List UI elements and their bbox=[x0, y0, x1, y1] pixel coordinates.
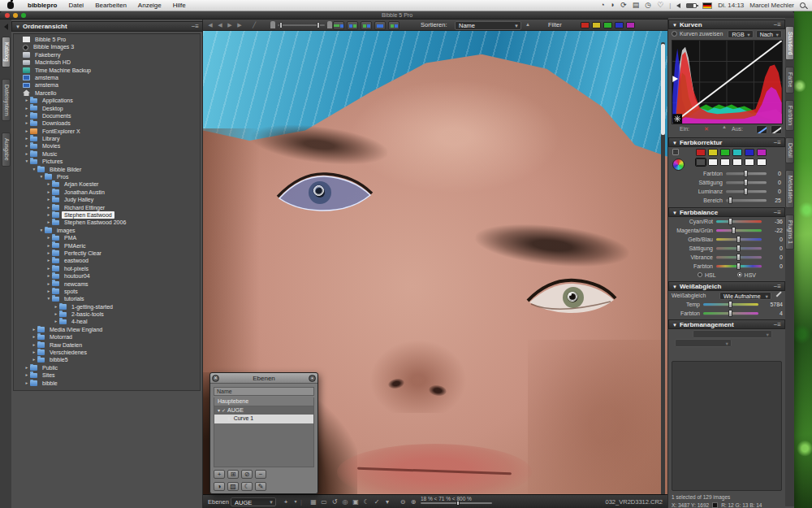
tree-expander-icon[interactable]: ▸ bbox=[45, 250, 52, 257]
slider-handle[interactable] bbox=[736, 236, 741, 243]
tree-expander-icon[interactable]: ▸ bbox=[53, 303, 59, 310]
photo-scrollbar-thumb[interactable] bbox=[661, 44, 665, 135]
tree-expander-icon[interactable]: ▸ bbox=[31, 341, 37, 349]
view-mode-3-button[interactable] bbox=[361, 21, 372, 30]
white-balance-preset-dropdown[interactable]: Wie Aufnahme▼ bbox=[719, 292, 771, 300]
sidebar-tab-dateisystem[interactable]: Dateisystem bbox=[2, 79, 11, 122]
filter-color-swatch-4[interactable] bbox=[615, 22, 624, 28]
tree-expander-icon[interactable]: ▸ bbox=[24, 128, 30, 135]
pin-icon[interactable]: −≡ bbox=[774, 20, 781, 29]
pin-icon[interactable]: −≡ bbox=[774, 282, 781, 291]
tree-expander-icon[interactable]: ▸ bbox=[45, 180, 52, 188]
slider-handle[interactable] bbox=[732, 227, 736, 234]
nav-back-icon[interactable]: ◀ bbox=[216, 21, 224, 29]
tree-item[interactable]: ▸1-getting-started bbox=[14, 303, 200, 310]
eye-target-marker-left[interactable] bbox=[313, 185, 324, 196]
tree-item[interactable]: ▸Judy Halley bbox=[14, 196, 200, 203]
tree-expander-icon[interactable]: ▸ bbox=[31, 349, 37, 356]
remove-layer-icon[interactable]: − bbox=[255, 470, 266, 479]
tree-expander-icon[interactable]: ▸ bbox=[24, 97, 30, 104]
nach-dropdown[interactable]: Nach▼ bbox=[756, 30, 782, 38]
tree-item[interactable]: ▸bibble bbox=[14, 380, 200, 387]
sidebar-header[interactable]: ▼Ordneransicht −≡ bbox=[11, 21, 203, 32]
tree-expander-icon[interactable]: ▾ bbox=[38, 173, 45, 180]
add-region-button[interactable]: + bbox=[281, 497, 291, 506]
tone-swatch-1[interactable] bbox=[696, 158, 706, 166]
tree-item[interactable]: ▸newcams bbox=[14, 280, 200, 288]
chat-icon[interactable]: ◗ bbox=[611, 0, 615, 11]
panel-tab-farbe[interactable]: Farbe bbox=[785, 67, 794, 93]
tree-expander-icon[interactable]: ▾ bbox=[24, 158, 30, 165]
tree-item[interactable]: ▸Documents bbox=[14, 112, 200, 119]
layer-expander-icon[interactable]: ▾ bbox=[218, 406, 220, 415]
tree-expander-icon[interactable]: ▸ bbox=[24, 112, 30, 119]
menu-item-bibblepro[interactable]: bibblepro bbox=[22, 0, 63, 11]
tree-expander-icon[interactable]: ▸ bbox=[53, 318, 59, 325]
hsv-radio[interactable]: HSV bbox=[737, 272, 756, 278]
slider-handle[interactable] bbox=[728, 310, 732, 317]
tree-item[interactable]: ▸Jonathan Austin bbox=[14, 189, 200, 196]
marquee-icon[interactable]: ▣ bbox=[351, 497, 361, 506]
tree-item[interactable]: amstema bbox=[14, 81, 200, 89]
slider-track[interactable] bbox=[716, 247, 762, 250]
slider-handle[interactable] bbox=[736, 263, 741, 270]
tree-item[interactable]: ▾Pros bbox=[14, 173, 200, 180]
apply-icon[interactable]: ✓ bbox=[372, 497, 382, 506]
brush-tool-icon[interactable]: ▨ bbox=[227, 482, 239, 491]
tree-item[interactable]: ▸hot-pixels bbox=[14, 265, 200, 272]
eye-target-marker-right[interactable] bbox=[568, 292, 577, 302]
color-correction-checkbox[interactable] bbox=[672, 149, 679, 155]
layer-row[interactable]: Hauptebene bbox=[214, 397, 313, 406]
slider-track[interactable] bbox=[716, 256, 762, 258]
collapse-triangle-icon[interactable]: ▼ bbox=[15, 22, 20, 32]
slider-track[interactable] bbox=[726, 199, 767, 202]
nav-forward-icon[interactable]: ▶ bbox=[226, 21, 234, 29]
tree-expander-icon[interactable]: ▸ bbox=[45, 272, 52, 280]
zoom-in-icon[interactable]: ⊕ bbox=[408, 497, 418, 506]
hue-swatch-4[interactable] bbox=[732, 149, 742, 156]
tree-item[interactable]: ▸Public bbox=[14, 364, 200, 371]
view-mode-1-button[interactable] bbox=[333, 21, 344, 30]
tree-expander-icon[interactable]: ▸ bbox=[45, 204, 52, 211]
tree-item[interactable]: Macintosh HD bbox=[14, 59, 200, 66]
tree-expander-icon[interactable]: ▸ bbox=[24, 380, 30, 387]
active-layer-dropdown[interactable]: AUGE ▼ bbox=[231, 497, 276, 506]
white-balance-header[interactable]: ▼Weißabgleich −≡ bbox=[668, 281, 785, 291]
slider-handle[interactable] bbox=[728, 197, 732, 204]
tree-item[interactable]: ▸Movies bbox=[14, 142, 200, 150]
layer-row-selected[interactable]: ◧Curve 1 bbox=[214, 415, 313, 423]
tree-expander-icon[interactable]: ▸ bbox=[31, 333, 37, 341]
size-slider-handle2[interactable] bbox=[317, 22, 320, 28]
tree-item[interactable]: Bibble Images 3 bbox=[14, 43, 200, 50]
tone-swatch-6[interactable] bbox=[757, 158, 767, 166]
color-management-header[interactable]: ▼Farbmanagement −≡ bbox=[668, 319, 785, 329]
panel-tab-farbton[interactable]: Farbton bbox=[785, 100, 794, 131]
tree-item[interactable]: ▸Richard Ettinger bbox=[14, 204, 200, 211]
tree-expander-icon[interactable]: ▸ bbox=[31, 326, 37, 333]
tree-item[interactable]: ▸Arjan Koester bbox=[14, 180, 200, 188]
slider-track[interactable] bbox=[716, 265, 762, 267]
layers-panel-titlebar[interactable]: ✕ Ebenen • bbox=[210, 373, 317, 384]
hue-swatch-1[interactable] bbox=[696, 149, 706, 156]
tree-expander-icon[interactable]: ▾ bbox=[31, 166, 37, 173]
collapse-sidebar-icon[interactable] bbox=[4, 24, 8, 30]
tree-item[interactable]: ▸Motorrad bbox=[14, 333, 200, 341]
tree-expander-icon[interactable]: ▸ bbox=[45, 196, 52, 203]
sync-icon[interactable]: ⟳ bbox=[620, 0, 627, 11]
tree-item[interactable]: ▸Library bbox=[14, 135, 200, 142]
tree-expander-icon[interactable]: ▸ bbox=[24, 105, 30, 112]
hsl-radio[interactable]: HSL bbox=[698, 272, 716, 278]
tone-swatch-2[interactable] bbox=[708, 158, 718, 166]
tree-item[interactable]: ▸spots bbox=[14, 288, 200, 295]
zoom-slider[interactable] bbox=[421, 502, 492, 504]
mask-layer-icon[interactable]: ⊘ bbox=[241, 470, 253, 479]
color-correction-header[interactable]: ▼Farbkorrektur −≡ bbox=[668, 137, 785, 147]
channel-dropdown[interactable]: RGB▼ bbox=[728, 30, 753, 38]
tree-item[interactable]: ▸Stephen Eastwood bbox=[14, 211, 200, 219]
slash-tool-icon[interactable]: ╱ bbox=[250, 21, 258, 29]
slider-track[interactable] bbox=[716, 229, 762, 232]
tree-item[interactable]: ▸Stephen Eastwood 2006 bbox=[14, 219, 200, 226]
input-menu-icon[interactable]: ▤ bbox=[633, 0, 640, 11]
tree-item[interactable]: ▸PMA bbox=[14, 234, 200, 241]
info-icon[interactable]: • bbox=[309, 375, 316, 382]
